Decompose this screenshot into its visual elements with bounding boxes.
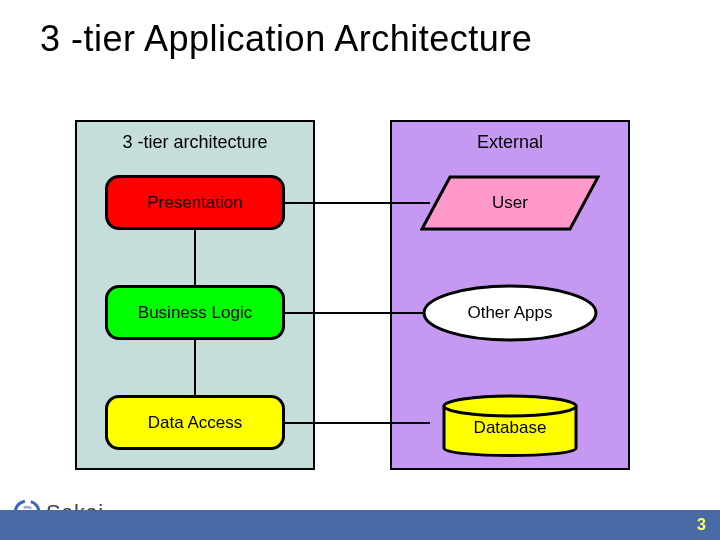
slide-title: 3 -tier Application Architecture xyxy=(40,18,532,60)
right-panel-title: External xyxy=(392,132,628,153)
connector-horizontal-1 xyxy=(285,202,430,204)
page-number: 3 xyxy=(697,516,706,534)
svg-point-2 xyxy=(444,396,576,416)
user-label: User xyxy=(492,193,528,213)
slide: 3 -tier Application Architecture 3 -tier… xyxy=(0,0,720,540)
database-label: Database xyxy=(474,418,547,438)
business-logic-box: Business Logic xyxy=(105,285,285,340)
user-shape: User xyxy=(420,172,600,234)
other-apps-shape: Other Apps xyxy=(420,282,600,344)
database-shape: Database xyxy=(420,392,600,454)
data-access-box: Data Access xyxy=(105,395,285,450)
presentation-label: Presentation xyxy=(147,193,242,213)
other-apps-label: Other Apps xyxy=(467,303,552,323)
presentation-box: Presentation xyxy=(105,175,285,230)
bottom-bar: 3 xyxy=(0,510,720,540)
left-panel-title: 3 -tier architecture xyxy=(77,132,313,153)
connector-horizontal-3 xyxy=(285,422,430,424)
connector-vertical-2 xyxy=(194,340,196,395)
connector-horizontal-2 xyxy=(285,312,430,314)
business-logic-label: Business Logic xyxy=(138,303,252,323)
connector-vertical-1 xyxy=(194,230,196,285)
data-access-label: Data Access xyxy=(148,413,243,433)
